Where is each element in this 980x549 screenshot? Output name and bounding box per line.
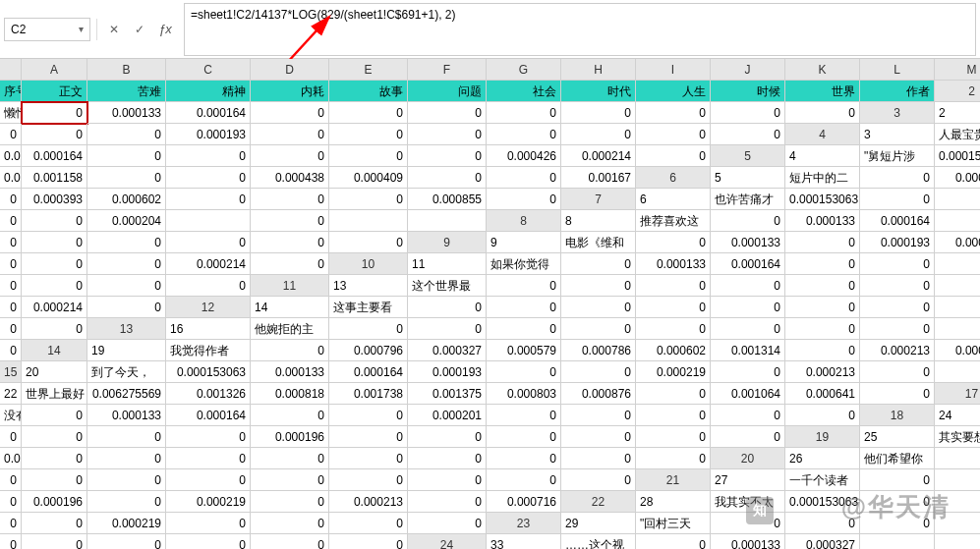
col-header-L[interactable]: L <box>860 59 935 81</box>
cell-H17[interactable]: 0.000201 <box>408 405 487 426</box>
cell-B23[interactable]: "回村三天 <box>636 513 711 534</box>
cell-I12[interactable]: 0 <box>860 297 935 318</box>
cell-A19[interactable]: 25 <box>860 426 935 448</box>
row-header-10[interactable]: 10 <box>329 253 408 275</box>
col-header-G[interactable]: G <box>487 59 561 81</box>
cell-L18[interactable]: 0 <box>636 426 711 448</box>
cell-I16[interactable]: 0.000876 <box>561 383 636 405</box>
row-header-5[interactable]: 5 <box>711 145 785 167</box>
cell-D2[interactable]: 0.000133 <box>87 102 166 124</box>
cell-F18[interactable]: 0 <box>166 426 251 448</box>
row-header-7[interactable]: 7 <box>561 189 636 210</box>
cell-L17[interactable]: 0 <box>711 405 785 426</box>
cell-C14[interactable]: 0 <box>251 340 329 361</box>
cell-K9[interactable]: 0 <box>87 253 166 275</box>
cell-M19[interactable]: 0 <box>636 448 711 469</box>
cell-E17[interactable]: 0.000164 <box>166 405 251 426</box>
cell-L4[interactable]: 0.000214 <box>561 145 636 167</box>
cell-G19[interactable]: 0 <box>166 448 251 469</box>
cell-G24[interactable] <box>935 534 980 549</box>
cell-A14[interactable]: 19 <box>87 340 166 361</box>
cell-F16[interactable]: 0.001738 <box>329 383 408 405</box>
cell-H3[interactable]: 0 <box>329 124 408 145</box>
cell-L6[interactable]: 0.000855 <box>408 189 487 210</box>
cell-G7[interactable]: 0 <box>0 210 22 232</box>
cell-D13[interactable]: 0 <box>408 318 487 340</box>
col-header-M[interactable]: M <box>935 59 980 81</box>
cell-G22[interactable]: 0 <box>0 513 22 534</box>
cell-D21[interactable]: 0 <box>935 469 980 491</box>
cell-B9[interactable]: 电影《维和 <box>561 232 636 253</box>
cell-I19[interactable]: 0 <box>329 448 408 469</box>
cell-B12[interactable]: 这事主要看 <box>329 297 408 318</box>
cell-F5[interactable]: 0.001158 <box>22 167 87 189</box>
cell-M23[interactable]: 0 <box>329 534 408 549</box>
cell-I9[interactable]: 0 <box>0 253 22 275</box>
cell-K5[interactable]: 0 <box>408 167 487 189</box>
cell-H14[interactable]: 0.000602 <box>636 340 711 361</box>
cell-B13[interactable]: 他婉拒的主 <box>251 318 329 340</box>
cell-E22[interactable]: 0 <box>935 491 980 513</box>
cell-G16[interactable]: 0.001375 <box>408 383 487 405</box>
cell-J21[interactable]: 0 <box>251 491 329 513</box>
cell-D9[interactable]: 0.000133 <box>711 232 785 253</box>
cell-G3[interactable]: 0 <box>251 124 329 145</box>
cell-L11[interactable]: 0.000214 <box>22 297 87 318</box>
cell-D12[interactable]: 0 <box>487 297 561 318</box>
col-header-H[interactable]: H <box>561 59 636 81</box>
cell-G21[interactable]: 0.000196 <box>22 491 87 513</box>
cell-F4[interactable]: 0 <box>87 145 166 167</box>
cell-L2[interactable]: 0 <box>711 102 785 124</box>
cell-H21[interactable]: 0 <box>87 491 166 513</box>
row-header-18[interactable]: 18 <box>860 405 935 426</box>
cell-D4[interactable]: 0.000133 <box>0 145 22 167</box>
cell-L15[interactable]: 0 <box>860 361 935 383</box>
cell-E5[interactable]: 0.000981 <box>0 167 22 189</box>
cell-I20[interactable]: 0 <box>251 469 329 491</box>
cell-J12[interactable]: 0 <box>935 297 980 318</box>
cell-G18[interactable]: 0.000196 <box>251 426 329 448</box>
cell-L16[interactable]: 0.000641 <box>785 383 860 405</box>
cell-I23[interactable]: 0 <box>22 534 87 549</box>
cell-H12[interactable]: 0 <box>785 297 860 318</box>
cell-I17[interactable]: 0 <box>487 405 561 426</box>
cell-E2[interactable]: 0.000164 <box>166 102 251 124</box>
cell-M12[interactable]: 0 <box>22 318 87 340</box>
cell-E16[interactable]: 0.000818 <box>251 383 329 405</box>
cell-D23[interactable]: 0 <box>785 513 860 534</box>
cell-H16[interactable]: 0.000803 <box>487 383 561 405</box>
cell-H18[interactable]: 0 <box>329 426 408 448</box>
cell-K15[interactable]: 0.000213 <box>785 361 860 383</box>
cell-E24[interactable]: 0.000327 <box>785 534 860 549</box>
cell-F10[interactable]: 0 <box>785 253 860 275</box>
cell-F3[interactable]: 0.000193 <box>166 124 251 145</box>
cell-J19[interactable]: 0 <box>408 448 487 469</box>
cell-C21[interactable]: 0 <box>860 469 935 491</box>
cell-E4[interactable]: 0.000164 <box>22 145 87 167</box>
cell-I6[interactable]: 0 <box>166 189 251 210</box>
cell-K23[interactable]: 0 <box>166 534 251 549</box>
cell-A8[interactable]: 8 <box>561 210 636 232</box>
cell-B11[interactable]: 这个世界最 <box>408 275 487 297</box>
cell-A4[interactable]: 3 <box>860 124 935 145</box>
cell-H11[interactable]: 0 <box>860 275 935 297</box>
cell-K2[interactable]: 0 <box>636 102 711 124</box>
cell-B21[interactable]: 一千个读者 <box>785 469 860 491</box>
cell-G13[interactable]: 0 <box>636 318 711 340</box>
cell-K19[interactable]: 0 <box>487 448 561 469</box>
cell-A18[interactable]: 24 <box>935 405 980 426</box>
cell-D8[interactable]: 0.000133 <box>785 210 860 232</box>
cell-C12[interactable]: 0 <box>408 297 487 318</box>
cell-C10[interactable]: 0 <box>561 253 636 275</box>
header-cell-I[interactable]: 时代 <box>561 81 636 102</box>
cell-C6[interactable]: 0 <box>860 167 935 189</box>
cell-G12[interactable]: 0 <box>711 297 785 318</box>
col-header-F[interactable]: F <box>408 59 487 81</box>
cell-E12[interactable]: 0 <box>561 297 636 318</box>
col-header-K[interactable]: K <box>785 59 860 81</box>
cell-E13[interactable]: 0 <box>487 318 561 340</box>
accept-icon[interactable]: ✓ <box>129 19 150 40</box>
row-header-24[interactable]: 24 <box>408 534 487 549</box>
row-header-9[interactable]: 9 <box>408 232 487 253</box>
cell-M7[interactable] <box>408 210 487 232</box>
